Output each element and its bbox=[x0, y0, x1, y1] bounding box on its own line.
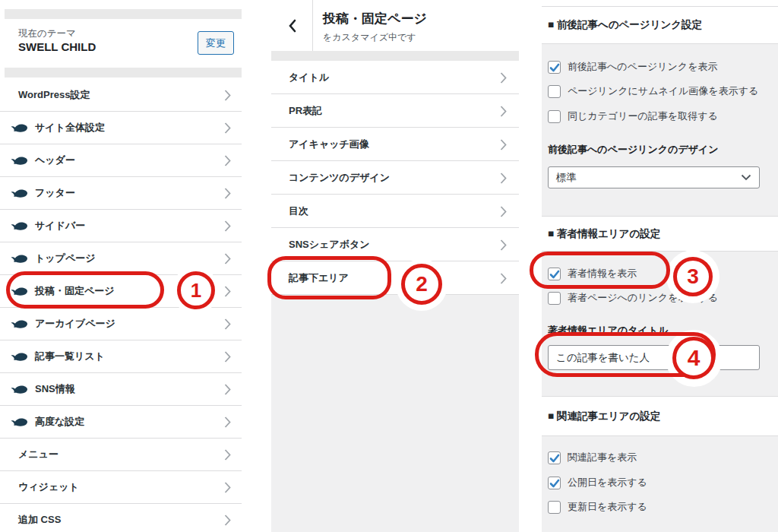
checkbox-same-category[interactable]: 同じカテゴリーの記事を取得する bbox=[548, 108, 718, 125]
chevron-right-icon bbox=[224, 90, 231, 101]
checkbox-icon bbox=[548, 451, 561, 464]
panel-subtitle: をカスタマイズ中です bbox=[323, 31, 427, 44]
menu-item-footer[interactable]: フッター bbox=[0, 177, 242, 210]
back-button[interactable] bbox=[271, 0, 313, 51]
menu-item-additional-css[interactable]: 追加 CSS bbox=[0, 504, 242, 532]
chevron-right-icon bbox=[224, 188, 231, 199]
swell-whale-icon bbox=[10, 384, 26, 394]
menu-item-top-page[interactable]: トップページ bbox=[0, 242, 242, 275]
section-item-toc[interactable]: 目次 bbox=[271, 195, 519, 228]
chevron-right-icon bbox=[500, 206, 507, 217]
checkbox-show-update-date[interactable]: 更新日を表示する bbox=[548, 499, 647, 515]
checkbox-icon bbox=[548, 110, 561, 123]
swell-whale-icon bbox=[10, 286, 26, 296]
checkbox-show-related[interactable]: 関連記事を表示 bbox=[548, 449, 637, 466]
section-item-below-article[interactable]: 記事下エリア bbox=[271, 261, 519, 295]
section-list: タイトル PR表記 アイキャッチ画像 コンテンツのデザイン 目次 SNSシェアボ… bbox=[271, 61, 519, 295]
chevron-right-icon bbox=[224, 449, 231, 461]
menu-item-post-list[interactable]: 記事一覧リスト bbox=[0, 340, 242, 373]
chevron-right-icon bbox=[500, 139, 507, 150]
chevron-right-icon bbox=[224, 515, 231, 526]
checkbox-show-author-info[interactable]: 著者情報を表示 bbox=[548, 265, 637, 282]
customizer-menu-list: WordPress設定 サイト全体設定 ヘッダー フッター サイドバー bbox=[0, 79, 242, 532]
author-settings-heading: ■ 著者情報エリアの設定 bbox=[542, 216, 778, 252]
panel-header: 投稿・固定ページ をカスタマイズ中です bbox=[271, 0, 519, 51]
menu-item-sns-info[interactable]: SNS情報 bbox=[0, 373, 242, 406]
section-item-eyecatch[interactable]: アイキャッチ画像 bbox=[271, 128, 519, 161]
checkbox-show-publish-date[interactable]: 公開日を表示する bbox=[548, 474, 647, 491]
divider-bar bbox=[5, 68, 242, 78]
chevron-right-icon bbox=[224, 155, 231, 166]
chevron-right-icon bbox=[224, 351, 231, 363]
menu-item-post-fixed-page[interactable]: 投稿・固定ページ bbox=[0, 275, 242, 308]
checkbox-icon bbox=[548, 85, 561, 98]
chevron-right-icon bbox=[500, 72, 507, 84]
menu-item-sidebar[interactable]: サイドバー bbox=[0, 210, 242, 242]
checkbox-icon bbox=[548, 268, 561, 280]
chevron-right-icon bbox=[224, 286, 231, 297]
swell-whale-icon bbox=[10, 253, 26, 264]
menu-item-wordpress-settings[interactable]: WordPress設定 bbox=[0, 79, 242, 112]
author-area-title-label: 著者情報エリアのタイトル bbox=[548, 324, 668, 337]
panel-title-block: 投稿・固定ページ をカスタマイズ中です bbox=[313, 0, 427, 51]
chevron-right-icon bbox=[500, 173, 507, 184]
related-settings-heading: ■ 関連記事エリアの設定 bbox=[542, 396, 778, 436]
checkbox-icon bbox=[548, 477, 561, 489]
checkbox-show-pagelink[interactable]: 前後記事へのページリンクを表示 bbox=[548, 59, 717, 75]
divider-bar bbox=[271, 51, 519, 61]
section-item-pr-label[interactable]: PR表記 bbox=[271, 94, 519, 128]
wordpress-customizer: 現在のテーマ SWELL CHILD 変更 WordPress設定 サイト全体設… bbox=[0, 0, 778, 532]
section-item-content-design[interactable]: コンテンツのデザイン bbox=[271, 161, 519, 195]
section-item-sns-share[interactable]: SNSシェアボタン bbox=[271, 228, 519, 261]
pagelink-design-select[interactable]: 標準 bbox=[548, 166, 760, 188]
swell-whale-icon bbox=[10, 416, 26, 427]
swell-whale-icon bbox=[10, 188, 26, 198]
swell-whale-icon bbox=[10, 351, 26, 362]
customizer-main-menu-panel: 現在のテーマ SWELL CHILD 変更 WordPress設定 サイト全体設… bbox=[0, 0, 242, 532]
theme-name: SWELL CHILD bbox=[18, 40, 96, 53]
chevron-right-icon bbox=[224, 482, 231, 493]
menu-item-menus[interactable]: メニュー bbox=[0, 439, 242, 471]
chevron-right-icon bbox=[224, 253, 231, 264]
below-article-settings-panel: ■ 前後記事へのページリンク設定 前後記事へのページリンクを表示 ページリンクに… bbox=[542, 0, 778, 532]
swell-whale-icon bbox=[10, 318, 26, 329]
chevron-right-icon bbox=[500, 239, 507, 251]
current-theme-label: 現在のテーマ bbox=[18, 27, 76, 40]
swell-whale-icon bbox=[10, 155, 26, 166]
menu-item-site-settings[interactable]: サイト全体設定 bbox=[0, 112, 242, 144]
section-item-title[interactable]: タイトル bbox=[271, 61, 519, 94]
chevron-left-icon bbox=[288, 19, 296, 33]
chevron-down-icon bbox=[741, 174, 751, 181]
post-page-section-panel: 投稿・固定ページ をカスタマイズ中です タイトル PR表記 アイキャッチ画像 コ… bbox=[271, 0, 519, 532]
pagelink-design-label: 前後記事へのページリンクのデザイン bbox=[548, 143, 719, 157]
divider-bar bbox=[542, 0, 778, 7]
swell-whale-icon bbox=[10, 220, 26, 231]
checkbox-icon bbox=[548, 501, 561, 514]
chevron-right-icon bbox=[224, 122, 231, 134]
menu-item-archive-page[interactable]: アーカイブページ bbox=[0, 308, 242, 340]
menu-item-advanced-settings[interactable]: 高度な設定 bbox=[0, 406, 242, 439]
menu-item-widgets[interactable]: ウィジェット bbox=[0, 471, 242, 504]
chevron-right-icon bbox=[224, 416, 231, 428]
chevron-right-icon bbox=[500, 273, 507, 284]
divider-bar bbox=[5, 9, 242, 19]
checkbox-icon bbox=[548, 292, 561, 305]
checkbox-pagelink-thumbnail[interactable]: ページリンクにサムネイル画像を表示する bbox=[548, 83, 758, 100]
menu-item-header[interactable]: ヘッダー bbox=[0, 144, 242, 177]
chevron-right-icon bbox=[224, 384, 231, 395]
change-theme-button[interactable]: 変更 bbox=[198, 31, 234, 55]
checkbox-icon bbox=[548, 61, 561, 74]
checkbox-author-page-link[interactable]: 著者ページへのリンクを表示する bbox=[548, 290, 718, 306]
chevron-right-icon bbox=[224, 220, 231, 232]
author-area-title-input[interactable] bbox=[548, 345, 760, 370]
chevron-right-icon bbox=[224, 318, 231, 330]
chevron-right-icon bbox=[500, 106, 507, 117]
panel-title: 投稿・固定ページ bbox=[323, 10, 427, 27]
swell-whale-icon bbox=[10, 122, 26, 133]
pagelink-settings-heading: ■ 前後記事へのページリンク設定 bbox=[542, 7, 778, 44]
